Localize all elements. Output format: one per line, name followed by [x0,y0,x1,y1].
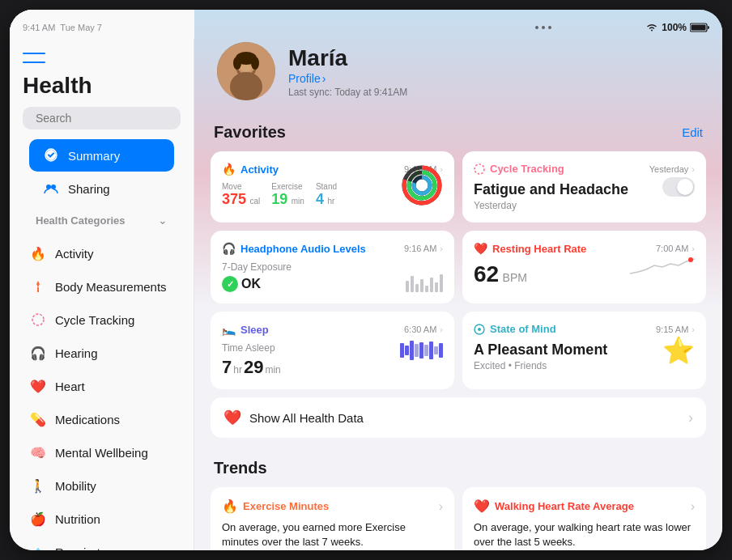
state-of-mind-card[interactable]: State of Mind 9:15 AM › A Pleasant Momen… [462,312,706,389]
profile-chevron-icon: › [322,72,326,85]
stand-unit: hr [327,197,334,206]
audio-bar [440,274,443,292]
state-time: 9:15 AM [656,325,688,334]
audio-bar [420,279,423,292]
nutrition-icon: 🍎 [29,510,47,528]
sidebar-item-mobility[interactable]: 🚶 Mobility [16,469,187,502]
edit-button[interactable]: Edit [682,125,703,139]
sleep-bar [410,341,414,360]
activity-card[interactable]: 🔥 Activity 9:41 AM › Move 375 cal [211,151,454,223]
body-measurements-label: Body Measurements [55,280,167,294]
sidebar-toggle-icon[interactable] [23,49,45,66]
hearing-icon: 🎧 [29,344,47,362]
cycle-title-group: Cycle Tracking [474,163,564,175]
move-unit: cal [250,197,261,206]
sidebar-item-heart[interactable]: ❤️ Heart [16,370,187,402]
state-title-group: State of Mind [474,323,556,335]
headphone-chevron-icon: › [440,244,443,253]
svg-point-7 [32,314,44,325]
sidebar-item-mental-wellbeing[interactable]: 🧠 Mental Wellbeing [16,436,187,469]
walking-hr-icon: ❤️ [474,498,490,514]
svg-point-18 [233,57,241,70]
audio-bar [430,278,433,292]
search-container[interactable] [23,107,181,129]
sidebar-item-sharing[interactable]: Sharing [29,172,174,205]
svg-point-19 [251,57,259,70]
sidebar-item-activity[interactable]: 🔥 Activity [16,237,187,269]
show-all-health-data-button[interactable]: ❤️ Show All Health Data › [211,397,706,438]
stand-label: Stand [316,182,337,191]
svg-point-5 [51,185,56,189]
ok-text: OK [241,277,261,291]
health-categories-label: Health Categories [36,214,126,227]
walking-hr-title: Walking Heart Rate Average [495,500,634,512]
activity-move: Move 375 cal [222,182,260,208]
search-input[interactable] [36,112,177,125]
svg-point-29 [478,328,481,331]
sleep-bar [415,344,419,357]
activity-rings [401,164,443,210]
cycle-toggle[interactable] [662,177,695,197]
sleep-mins-value: 29 [244,357,263,378]
sidebar-item-medications[interactable]: 💊 Medications [16,403,187,435]
sleep-chevron-icon: › [440,325,443,334]
activity-card-title: Activity [240,163,279,176]
cycle-tracking-card-icon [474,163,485,175]
mental-wellbeing-label: Mental Wellbeing [55,446,148,460]
heart-label: Heart [55,380,85,393]
cycle-time: Yesterday [649,164,689,174]
move-value: 375 [222,191,246,207]
sleep-bar [429,342,433,359]
resting-heart-rate-card[interactable]: ❤️ Resting Heart Rate 7:00 AM › 62 BPM [462,231,706,303]
hr-title-group: ❤️ Resting Heart Rate [474,242,586,255]
sidebar-item-nutrition[interactable]: 🍎 Nutrition [16,503,187,535]
sidebar-item-body-measurements[interactable]: Body Measurements [16,270,187,303]
sidebar-date: Tue May 7 [60,23,102,32]
audio-bar [425,286,428,292]
favorites-title: Favorites [214,123,286,142]
cycle-card-title: Cycle Tracking [490,163,564,175]
move-label: Move [222,182,260,191]
categories-chevron-icon[interactable]: ⌄ [158,214,168,227]
stand-value: 4 [316,191,324,207]
exercise-minutes-trend[interactable]: 🔥 Exercise Minutes › On average, you ear… [211,487,454,550]
state-card-header: State of Mind 9:15 AM › [474,323,695,335]
audio-level-bars [406,274,443,292]
medications-label: Medications [55,413,120,426]
hr-value: 62 [474,261,499,286]
sidebar-item-hearing[interactable]: 🎧 Hearing [16,337,187,369]
heart-icon: ❤️ [29,377,47,395]
activity-label: Activity [55,247,94,261]
cycle-tracking-card[interactable]: Cycle Tracking Yesterday › Fatigue and H… [462,151,706,223]
audio-bar [415,284,419,292]
trends-section: Trends 🔥 Exercise Minutes › On average, … [194,446,722,550]
sidebar-item-cycle-tracking[interactable]: Cycle Tracking [16,303,187,336]
sleep-bar [424,345,428,356]
state-time-row: 9:15 AM › [656,325,695,334]
exercise-trend-header: 🔥 Exercise Minutes › [222,498,443,514]
hr-unit: BPM [503,271,527,284]
summary-icon [42,146,60,164]
walking-hr-desc: On average, your walking heart rate was … [474,520,695,549]
sleep-bar [400,343,404,358]
exercise-trend-icon: 🔥 [222,498,238,514]
headphone-time: 9:16 AM [404,244,436,253]
sidebar-item-summary[interactable]: Summary [29,139,174,172]
trends-header: Trends [194,452,722,487]
sharing-icon [42,180,60,197]
trends-title: Trends [214,459,267,477]
cycle-card-header: Cycle Tracking Yesterday › [474,163,695,175]
state-card-title: State of Mind [490,323,556,335]
walking-heart-rate-trend[interactable]: ❤️ Walking Heart Rate Average › On avera… [462,487,706,550]
sidebar-item-respiratory[interactable]: Respiratory [16,536,187,550]
headphone-audio-card[interactable]: 🎧 Headphone Audio Levels 9:16 AM › 7-Day… [211,231,454,303]
sidebar-status-bar: 9:41 AM Tue May 7 [10,10,194,39]
sidebar-sharing-label: Sharing [68,182,110,196]
star-icon: ⭐ [662,335,695,366]
headphone-card-icon: 🎧 [222,242,236,255]
exercise-value: 19 [271,191,287,207]
sleep-card[interactable]: 🛌 Sleep 6:30 AM › Time Asleep 7 hr 29 [211,312,454,389]
sleep-time-row: 6:30 AM › [404,325,443,334]
profile-link[interactable]: Profile › [288,72,407,85]
headphone-title-group: 🎧 Headphone Audio Levels [222,242,366,255]
